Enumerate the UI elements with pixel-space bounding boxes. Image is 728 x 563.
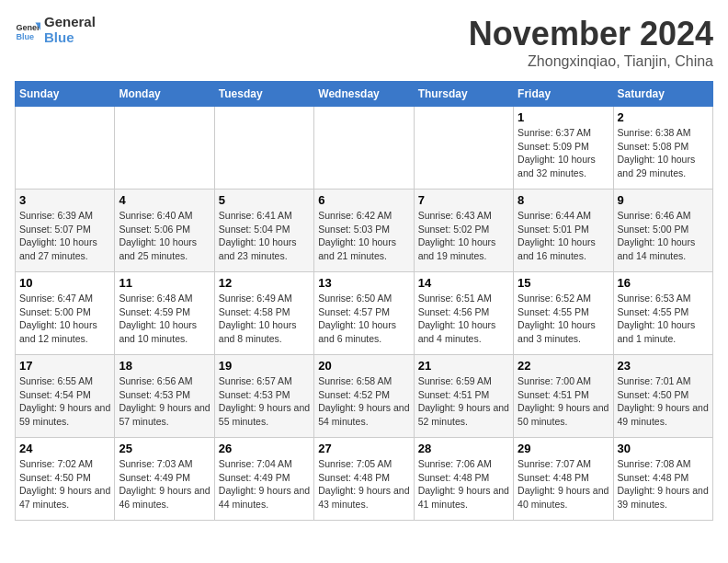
day-info: Sunrise: 6:44 AM Sunset: 5:01 PM Dayligh… <box>518 209 609 263</box>
day-info: Sunrise: 6:40 AM Sunset: 5:06 PM Dayligh… <box>119 209 210 263</box>
calendar-cell <box>414 107 513 190</box>
calendar-cell: 13Sunrise: 6:50 AM Sunset: 4:57 PM Dayli… <box>314 272 414 355</box>
day-number: 19 <box>219 359 310 373</box>
calendar-week-row: 3Sunrise: 6:39 AM Sunset: 5:07 PM Daylig… <box>16 190 713 272</box>
day-number: 24 <box>19 442 110 455</box>
weekday-header: Wednesday <box>314 82 414 107</box>
calendar-cell <box>314 107 414 190</box>
day-number: 13 <box>318 276 409 290</box>
calendar-cell: 21Sunrise: 6:59 AM Sunset: 4:51 PM Dayli… <box>414 355 513 438</box>
calendar-cell: 16Sunrise: 6:53 AM Sunset: 4:55 PM Dayli… <box>613 272 712 355</box>
calendar-cell: 11Sunrise: 6:48 AM Sunset: 4:59 PM Dayli… <box>115 272 214 355</box>
day-number: 22 <box>518 359 609 373</box>
day-info: Sunrise: 7:07 AM Sunset: 4:48 PM Dayligh… <box>518 457 609 511</box>
day-info: Sunrise: 6:55 AM Sunset: 4:54 PM Dayligh… <box>19 374 110 429</box>
day-number: 5 <box>219 193 310 207</box>
calendar-cell: 1Sunrise: 6:37 AM Sunset: 5:09 PM Daylig… <box>514 107 613 190</box>
calendar-cell: 23Sunrise: 7:01 AM Sunset: 4:50 PM Dayli… <box>613 355 712 438</box>
day-info: Sunrise: 6:51 AM Sunset: 4:56 PM Dayligh… <box>418 292 509 346</box>
day-number: 9 <box>618 193 709 207</box>
calendar-cell <box>16 107 115 190</box>
calendar-cell: 3Sunrise: 6:39 AM Sunset: 5:07 PM Daylig… <box>16 190 115 272</box>
day-number: 16 <box>618 276 709 290</box>
day-number: 26 <box>219 442 310 455</box>
weekday-header: Tuesday <box>214 82 313 107</box>
day-number: 1 <box>518 110 609 124</box>
day-info: Sunrise: 7:08 AM Sunset: 4:48 PM Dayligh… <box>618 457 709 511</box>
day-number: 27 <box>318 442 409 455</box>
calendar-cell: 22Sunrise: 7:00 AM Sunset: 4:51 PM Dayli… <box>514 355 613 438</box>
day-info: Sunrise: 6:43 AM Sunset: 5:02 PM Dayligh… <box>418 209 509 263</box>
calendar-cell: 20Sunrise: 6:58 AM Sunset: 4:52 PM Dayli… <box>314 355 414 438</box>
location: Zhongxinqiao, Tianjin, China <box>469 53 713 70</box>
day-info: Sunrise: 6:58 AM Sunset: 4:52 PM Dayligh… <box>318 374 409 429</box>
svg-text:Blue: Blue <box>16 31 34 40</box>
day-info: Sunrise: 7:02 AM Sunset: 4:50 PM Dayligh… <box>19 457 110 511</box>
day-number: 21 <box>418 359 509 373</box>
calendar-cell <box>115 107 214 190</box>
calendar-week-row: 17Sunrise: 6:55 AM Sunset: 4:54 PM Dayli… <box>16 355 713 438</box>
calendar-body: 1Sunrise: 6:37 AM Sunset: 5:09 PM Daylig… <box>16 107 713 521</box>
day-info: Sunrise: 6:46 AM Sunset: 5:00 PM Dayligh… <box>618 209 709 263</box>
calendar-cell: 24Sunrise: 7:02 AM Sunset: 4:50 PM Dayli… <box>16 438 115 521</box>
logo-line2: Blue <box>44 30 96 46</box>
day-number: 23 <box>618 359 709 373</box>
day-number: 29 <box>518 442 609 455</box>
day-number: 15 <box>518 276 609 290</box>
calendar-week-row: 24Sunrise: 7:02 AM Sunset: 4:50 PM Dayli… <box>16 438 713 521</box>
calendar-cell: 19Sunrise: 6:57 AM Sunset: 4:53 PM Dayli… <box>214 355 313 438</box>
day-info: Sunrise: 7:04 AM Sunset: 4:49 PM Dayligh… <box>219 457 310 511</box>
day-number: 12 <box>219 276 310 290</box>
calendar-cell: 28Sunrise: 7:06 AM Sunset: 4:48 PM Dayli… <box>414 438 513 521</box>
day-number: 11 <box>119 276 210 290</box>
title-section: November 2024 Zhongxinqiao, Tianjin, Chi… <box>469 15 713 70</box>
day-info: Sunrise: 6:50 AM Sunset: 4:57 PM Dayligh… <box>318 292 409 346</box>
day-info: Sunrise: 6:52 AM Sunset: 4:55 PM Dayligh… <box>518 292 609 346</box>
day-number: 28 <box>418 442 509 455</box>
weekday-header: Saturday <box>613 82 712 107</box>
day-info: Sunrise: 6:53 AM Sunset: 4:55 PM Dayligh… <box>618 292 709 346</box>
calendar-week-row: 1Sunrise: 6:37 AM Sunset: 5:09 PM Daylig… <box>16 107 713 190</box>
day-info: Sunrise: 6:47 AM Sunset: 5:00 PM Dayligh… <box>19 292 110 346</box>
calendar-cell: 17Sunrise: 6:55 AM Sunset: 4:54 PM Dayli… <box>16 355 115 438</box>
calendar-cell: 29Sunrise: 7:07 AM Sunset: 4:48 PM Dayli… <box>514 438 613 521</box>
calendar-cell: 27Sunrise: 7:05 AM Sunset: 4:48 PM Dayli… <box>314 438 414 521</box>
calendar-cell: 14Sunrise: 6:51 AM Sunset: 4:56 PM Dayli… <box>414 272 513 355</box>
day-number: 17 <box>19 359 110 373</box>
weekday-header: Friday <box>514 82 613 107</box>
day-info: Sunrise: 6:39 AM Sunset: 5:07 PM Dayligh… <box>19 209 110 263</box>
calendar-cell: 25Sunrise: 7:03 AM Sunset: 4:49 PM Dayli… <box>115 438 214 521</box>
calendar-cell: 2Sunrise: 6:38 AM Sunset: 5:08 PM Daylig… <box>613 107 712 190</box>
day-number: 6 <box>318 193 409 207</box>
calendar-cell: 6Sunrise: 6:42 AM Sunset: 5:03 PM Daylig… <box>314 190 414 272</box>
weekday-header: Sunday <box>16 82 115 107</box>
calendar-table: SundayMondayTuesdayWednesdayThursdayFrid… <box>15 81 713 521</box>
day-number: 18 <box>119 359 210 373</box>
calendar-cell: 8Sunrise: 6:44 AM Sunset: 5:01 PM Daylig… <box>514 190 613 272</box>
day-info: Sunrise: 6:57 AM Sunset: 4:53 PM Dayligh… <box>219 374 310 429</box>
day-number: 8 <box>518 193 609 207</box>
day-number: 2 <box>618 110 709 124</box>
calendar-cell: 10Sunrise: 6:47 AM Sunset: 5:00 PM Dayli… <box>16 272 115 355</box>
logo-icon: General Blue <box>15 17 40 43</box>
month-title: November 2024 <box>469 15 713 53</box>
day-info: Sunrise: 6:37 AM Sunset: 5:09 PM Dayligh… <box>518 126 609 180</box>
day-number: 30 <box>618 442 709 455</box>
calendar-week-row: 10Sunrise: 6:47 AM Sunset: 5:00 PM Dayli… <box>16 272 713 355</box>
weekday-header: Monday <box>115 82 214 107</box>
day-info: Sunrise: 6:49 AM Sunset: 4:58 PM Dayligh… <box>219 292 310 346</box>
day-number: 10 <box>19 276 110 290</box>
weekday-header: Thursday <box>414 82 513 107</box>
day-info: Sunrise: 7:06 AM Sunset: 4:48 PM Dayligh… <box>418 457 509 511</box>
day-number: 7 <box>418 193 509 207</box>
day-number: 20 <box>318 359 409 373</box>
calendar-cell: 9Sunrise: 6:46 AM Sunset: 5:00 PM Daylig… <box>613 190 712 272</box>
day-info: Sunrise: 7:01 AM Sunset: 4:50 PM Dayligh… <box>618 374 709 429</box>
calendar-cell: 26Sunrise: 7:04 AM Sunset: 4:49 PM Dayli… <box>214 438 313 521</box>
day-info: Sunrise: 7:03 AM Sunset: 4:49 PM Dayligh… <box>119 457 210 511</box>
logo-line1: General <box>44 15 96 30</box>
day-info: Sunrise: 6:48 AM Sunset: 4:59 PM Dayligh… <box>119 292 210 346</box>
day-info: Sunrise: 6:38 AM Sunset: 5:08 PM Dayligh… <box>618 126 709 180</box>
header: General Blue General Blue November 2024 … <box>15 15 713 70</box>
day-number: 14 <box>418 276 509 290</box>
